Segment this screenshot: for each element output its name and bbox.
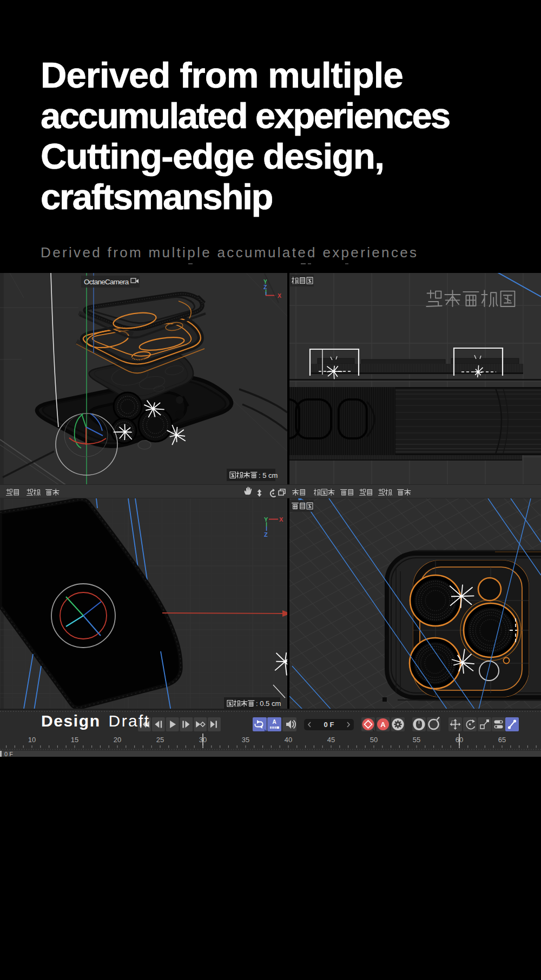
svg-text:Z: Z bbox=[263, 284, 267, 290]
svg-text:25: 25 bbox=[156, 736, 164, 744]
svg-text:55: 55 bbox=[413, 736, 420, 744]
svg-text:: 5 cm: : 5 cm bbox=[259, 471, 278, 479]
svg-text:A: A bbox=[380, 721, 386, 729]
svg-text:35: 35 bbox=[242, 736, 249, 744]
svg-text:0 F: 0 F bbox=[324, 721, 334, 729]
svg-text:0 F: 0 F bbox=[4, 751, 13, 757]
svg-text:65: 65 bbox=[498, 736, 506, 744]
svg-text:45: 45 bbox=[327, 736, 335, 744]
svg-text:10: 10 bbox=[28, 736, 36, 744]
svg-text:X: X bbox=[278, 292, 281, 299]
svg-text:A: A bbox=[272, 719, 276, 725]
svg-text:Z: Z bbox=[264, 531, 268, 538]
svg-text:: 0.5 cm: : 0.5 cm bbox=[256, 699, 281, 708]
svg-text:OctaneCamera: OctaneCamera bbox=[84, 278, 129, 286]
svg-text:20: 20 bbox=[114, 736, 121, 744]
svg-text:X: X bbox=[279, 516, 283, 523]
svg-text:50: 50 bbox=[370, 736, 378, 744]
svg-text:Y: Y bbox=[264, 516, 268, 523]
svg-text:40: 40 bbox=[285, 736, 292, 744]
svg-text:15: 15 bbox=[71, 736, 78, 744]
